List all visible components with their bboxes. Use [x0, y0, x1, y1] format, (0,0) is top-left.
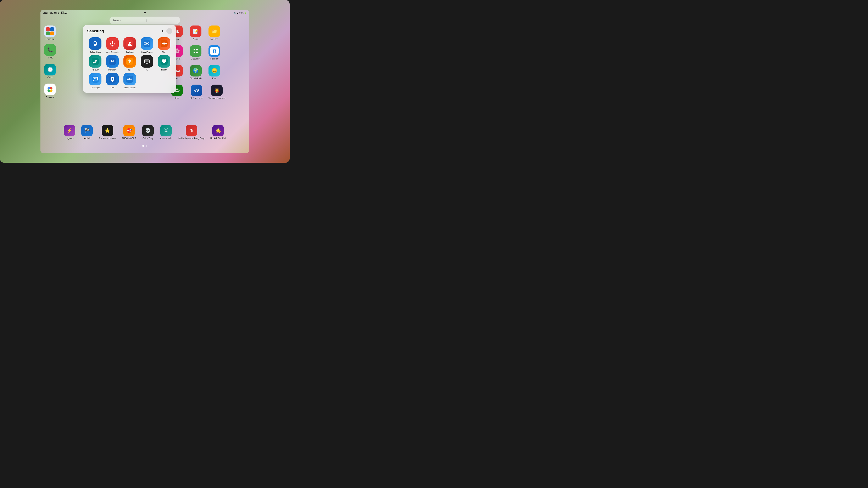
members-label: Members [108, 69, 117, 71]
app-vampire[interactable]: 🧛 Vampire Survivors [209, 85, 225, 99]
app-globalgoals[interactable]: 🌍 Global Goals [190, 65, 202, 79]
galaxy-shop-label: Galaxy Shop [90, 51, 101, 53]
messages-label: Messages [91, 87, 100, 89]
smartthings-label: SmartThings [141, 51, 153, 53]
aov-icon: ⚔ [160, 125, 172, 136]
svg-point-0 [48, 87, 50, 89]
svg-rect-9 [196, 52, 198, 53]
svg-point-19 [146, 42, 148, 44]
samsung-folder-icon [44, 26, 56, 37]
app-asphalt[interactable]: 🏁 Asphalt [81, 125, 93, 139]
popup-app-find[interactable]: Find [104, 73, 121, 89]
app-aov[interactable]: ⚔ Arena of Valor [159, 125, 173, 139]
app-pubg[interactable]: 🎯 PUBG MOBILE [122, 125, 136, 139]
popup-apps-grid: Galaxy Shop Voice Recorder [87, 37, 172, 89]
svg-point-35 [128, 60, 131, 62]
svg-rect-40 [145, 60, 149, 62]
popup-app-health[interactable]: Health [156, 55, 172, 71]
nfs-icon: 🏎 [191, 85, 202, 96]
app-nfs[interactable]: 🏎 NFS No Limits [190, 85, 203, 99]
honkai-icon: 🌟 [212, 125, 224, 136]
battery-text: 90% [239, 12, 244, 14]
app-honkai[interactable]: 🌟 Honkai: Star Rail [210, 125, 226, 139]
assistant-label: Assistant [46, 96, 54, 98]
app-calculator[interactable]: Calculator [190, 45, 202, 60]
popup-app-voice-recorder[interactable]: Voice Recorder [104, 37, 121, 53]
members-icon: M [106, 55, 119, 68]
smartthings-icon [141, 37, 153, 50]
pubg-icon: 🎯 [123, 125, 135, 136]
bottom-icons-row: ⚡ Legends 🏁 Asphalt ⭐ Star Wars: Hunters… [40, 125, 249, 139]
popup-app-contacts[interactable]: Contacts [122, 37, 138, 53]
nfs-label: NFS No Limits [190, 97, 203, 99]
status-right: 🔊 ▲ 90% 🔋 [234, 12, 247, 14]
calculator-icon [190, 45, 202, 57]
popup-app-penup[interactable]: PENUP [87, 55, 103, 71]
app-kids[interactable]: 😊 Kids [209, 65, 220, 79]
voice-recorder-icon [106, 37, 119, 50]
status-left: 6:12 Tue, Jan 14 🄶 ☁ · [43, 11, 68, 14]
popup-add-button[interactable]: + [161, 28, 164, 34]
smart-switch-icon [123, 73, 136, 86]
page-dot-1 [142, 145, 144, 147]
find-icon [106, 73, 119, 86]
cod-icon: 💀 [142, 125, 154, 136]
popup-app-galaxy-shop[interactable]: Galaxy Shop [87, 37, 103, 53]
tips-icon [123, 55, 136, 68]
app-clock[interactable]: 🕐 Clock [44, 64, 56, 78]
contacts-icon [123, 37, 136, 50]
cod-label: Call of Duty [143, 137, 153, 139]
clock-icon: 🕐 [44, 64, 56, 75]
camera-notch [144, 11, 146, 13]
popup-app-tv[interactable]: TV [139, 55, 155, 71]
svg-point-31 [93, 62, 94, 63]
svg-point-45 [95, 78, 96, 79]
galaxy-shop-icon [89, 37, 101, 50]
app-samsung-folder[interactable]: Samsung [44, 26, 56, 40]
time-display: 6:12 [43, 11, 48, 14]
starwars-icon: ⭐ [102, 125, 113, 136]
app-legends[interactable]: ⚡ Legends [64, 125, 75, 139]
popup-header: Samsung + [87, 28, 172, 34]
kids-label: Kids [212, 77, 216, 79]
popup-title: Samsung [87, 29, 104, 33]
app-phone[interactable]: 📞 Phone [44, 44, 56, 59]
smart-switch-label: Smart Switch [124, 87, 135, 89]
myfiles-label: My Files [210, 38, 218, 40]
popup-app-messages[interactable]: Messages [87, 73, 103, 89]
app-myfiles[interactable]: 📁 My Files [209, 26, 220, 40]
flow-label: Flow [162, 51, 166, 53]
app-notes[interactable]: 📝 Notes [190, 26, 202, 40]
notes-label: Notes [193, 38, 198, 40]
globalgoals-label: Global Goals [190, 77, 202, 79]
app-assistant[interactable]: Assistant [44, 84, 56, 98]
penup-icon [89, 55, 101, 68]
popup-app-smartthings[interactable]: SmartThings [139, 37, 155, 53]
samsung-folder-label: Samsung [45, 38, 54, 40]
app-mobilelegends[interactable]: 🗡 Mobile Legends: Bang Bang [178, 125, 205, 139]
svg-rect-4 [193, 49, 195, 50]
svg-rect-8 [193, 52, 195, 53]
asphalt-icon: 🏁 [81, 125, 93, 136]
svg-rect-14 [112, 41, 113, 44]
kids-icon: 😊 [209, 65, 220, 76]
svg-rect-11 [92, 40, 99, 47]
svg-rect-6 [193, 51, 195, 52]
svg-point-48 [112, 78, 113, 80]
popup-app-tips[interactable]: Tips [122, 55, 138, 71]
notes-icon: 📝 [190, 26, 202, 37]
vampire-label: Vampire Survivors [209, 97, 225, 99]
svg-point-2 [48, 89, 50, 92]
popup-app-members[interactable]: M Members [104, 55, 121, 71]
svg-point-46 [96, 78, 96, 79]
search-text: Search [113, 19, 145, 22]
popup-app-flow[interactable]: Flow [156, 37, 172, 53]
app-starwars[interactable]: ⭐ Star Wars: Hunters [98, 125, 116, 139]
battery-icon: 🔋 [244, 12, 247, 14]
popup-close-button[interactable] [166, 28, 172, 34]
app-cod[interactable]: 💀 Call of Duty [142, 125, 154, 139]
app-calendar[interactable]: JAN 14 Calendar [209, 45, 220, 60]
search-bar[interactable]: Search ⋮ [110, 17, 180, 24]
popup-app-smart-switch[interactable]: Smart Switch [122, 73, 138, 89]
search-more-icon[interactable]: ⋮ [145, 19, 177, 22]
